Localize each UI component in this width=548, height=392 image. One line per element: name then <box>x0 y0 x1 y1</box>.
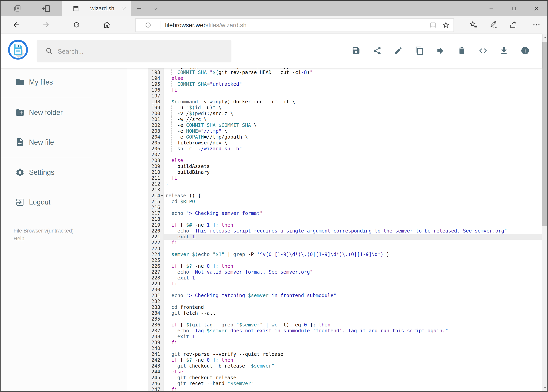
new-tab-button[interactable] <box>134 1 145 16</box>
line-number: 237 <box>148 328 160 334</box>
code-line: 220 echo "This release script requires a… <box>127 228 542 234</box>
code-line: 226 if [ $? -ne 0 ]; then <box>127 263 542 269</box>
line-number: 239 <box>148 340 160 345</box>
sidebar-item-new-folder[interactable]: New folder <box>0 103 91 122</box>
scroll-down-icon[interactable] <box>542 383 548 391</box>
line-number: 214 <box>148 193 160 199</box>
close-button[interactable] <box>525 1 548 16</box>
code-line: 229 fi <box>127 281 542 287</box>
site-info-icon[interactable] <box>143 19 153 32</box>
tab-list-chevron-icon[interactable] <box>150 1 161 16</box>
sidebar: My filesNew folderNew fileSettingsLogout… <box>0 68 127 391</box>
code-line: 244 else <box>127 369 542 375</box>
line-number: 198 <box>148 99 160 105</box>
line-number: 236 <box>148 322 160 328</box>
edit-button[interactable] <box>389 41 408 60</box>
code-line: 241 git rev-parse --verify --quiet relea… <box>127 351 542 357</box>
sidebar-item-logout[interactable]: Logout <box>0 192 91 212</box>
line-number: 212 <box>148 181 160 187</box>
reading-view-icon[interactable] <box>427 19 439 32</box>
window-frame-top <box>0 0 548 1</box>
line-number: 208 <box>148 158 160 163</box>
line-number: 219 <box>148 222 160 228</box>
line-number: 230 <box>148 287 160 293</box>
folder-plus-icon <box>15 108 25 117</box>
minimize-button[interactable] <box>479 1 503 16</box>
line-number: 242 <box>148 357 160 363</box>
tab-preview-icon[interactable] <box>11 1 23 16</box>
delete-button[interactable] <box>452 41 471 60</box>
code-line: 197 <box>127 93 542 99</box>
maximize-button[interactable] <box>502 1 526 16</box>
line-number: 221 <box>148 234 160 240</box>
code-line: 238 exit 1 <box>127 334 542 340</box>
code-line: 207 <box>127 152 542 158</box>
line-number: 195 <box>148 81 160 87</box>
line-number: 234 <box>148 310 160 316</box>
code-line: 234 git fetch --all <box>127 310 542 316</box>
search-input[interactable] <box>57 40 226 63</box>
favorite-star-icon[interactable] <box>440 19 452 32</box>
help-link[interactable]: Help <box>14 236 24 242</box>
line-number: 220 <box>148 228 160 234</box>
sidebar-item-my-files[interactable]: My files <box>0 72 91 92</box>
address-separator <box>160 21 160 29</box>
vertical-scrollbar[interactable] <box>542 34 548 391</box>
code-line: 196 fi <box>127 87 542 93</box>
line-number: 222 <box>148 240 160 246</box>
browser-tab-wizard[interactable]: wizard.sh <box>62 1 131 16</box>
sidebar-divider <box>0 157 91 157</box>
code-line: 208 else <box>127 158 542 163</box>
line-number: 199 <box>148 105 160 111</box>
code-line: 218 <box>127 216 542 222</box>
favorites-hub-icon[interactable] <box>467 16 480 34</box>
info-button[interactable] <box>516 41 534 60</box>
line-number: 232 <box>148 298 160 304</box>
line-number: 194 <box>148 75 160 81</box>
code-line: 245 git checkout release <box>127 375 542 381</box>
line-number: 201 <box>148 116 160 122</box>
sidebar-item-settings[interactable]: Settings <box>0 163 91 182</box>
scrollbar-thumb[interactable] <box>542 42 548 226</box>
web-note-pen-icon[interactable] <box>487 16 500 34</box>
address-field[interactable]: filebrowser.web/files/wizard.sh <box>135 18 454 32</box>
line-number: 233 <box>148 304 160 310</box>
line-number: 241 <box>148 351 160 357</box>
tab-close-icon[interactable] <box>119 1 129 16</box>
filebrowser-logo[interactable] <box>8 39 28 60</box>
raw-view-button[interactable] <box>474 41 493 60</box>
code-line: 237 echo "Tag $semver does not exist in … <box>127 328 542 334</box>
forward-icon[interactable] <box>40 16 52 34</box>
share-page-icon[interactable] <box>507 16 520 34</box>
code-line: 204 -e GOPATH=//tmp/gopath \ <box>127 134 542 140</box>
share-button[interactable] <box>368 41 387 60</box>
sidebar-item-label: New folder <box>29 108 62 117</box>
code-line: 199 -u "$(id -u)" \ <box>127 105 542 111</box>
home-icon[interactable] <box>101 16 113 34</box>
code-editor[interactable]: 192 if [ "$(git status -s | wc -l)" -ne … <box>127 68 542 391</box>
move-button[interactable] <box>431 41 450 60</box>
tab-title: wizard.sh <box>90 5 114 12</box>
line-number: 227 <box>148 269 160 275</box>
refresh-icon[interactable] <box>70 16 83 34</box>
code-line: 214release () { <box>127 193 542 199</box>
line-number: 224 <box>148 252 160 257</box>
sidebar-item-new-file[interactable]: New file <box>0 133 91 152</box>
code-line: 206 sh -c "./wizard.sh -b" <box>127 146 542 152</box>
line-number: 207 <box>148 152 160 158</box>
sidebar-divider <box>0 97 91 97</box>
copy-button[interactable] <box>410 41 429 60</box>
line-number: 200 <box>148 111 160 116</box>
text-cursor <box>195 234 195 239</box>
save-button[interactable] <box>347 41 366 60</box>
back-icon[interactable] <box>10 16 22 34</box>
code-line: 194 else <box>127 75 542 81</box>
more-options-icon[interactable] <box>530 16 543 34</box>
code-line: 232 <box>127 298 542 304</box>
app-header <box>0 34 542 68</box>
fold-marker-icon[interactable] <box>161 195 164 197</box>
code-line: 239 fi <box>127 340 542 345</box>
set-tabs-aside-icon[interactable] <box>40 1 52 16</box>
scroll-up-icon[interactable] <box>542 34 548 42</box>
download-button[interactable] <box>495 41 513 60</box>
